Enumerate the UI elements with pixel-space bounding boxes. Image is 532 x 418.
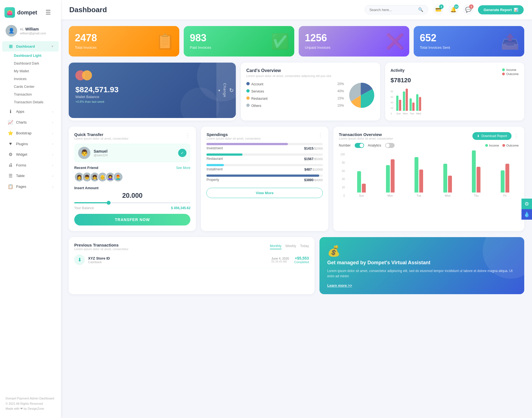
submenu-my-wallet[interactable]: My Wallet [11, 67, 61, 75]
tx-header: Previous Transactions Lorem ipsum dolor … [74, 243, 309, 251]
chevron-right-icon: › [52, 185, 53, 188]
transfer-now-button[interactable]: TRANSFER NOW [74, 214, 190, 225]
overview-row-account: Account 20% [246, 81, 344, 86]
income-bar-wed [416, 94, 418, 111]
tx-amount: +$5,553 [292, 256, 309, 260]
income-bar-sun [357, 171, 361, 193]
analytics-toggle[interactable] [385, 143, 395, 148]
drop-float-button[interactable]: 💧 [521, 209, 532, 220]
friend-avatar-6: 👨‍🦰 [113, 172, 123, 182]
submenu-invoices[interactable]: Invoices [11, 75, 61, 83]
hamburger-icon[interactable]: ☰ [40, 4, 57, 21]
income-bar-fri [501, 170, 505, 193]
income-dot [485, 144, 488, 147]
previous-transactions-card: Previous Transactions Lorem ipsum dolor … [69, 237, 314, 294]
sidebar-item-dashboard[interactable]: ⊞ Dashboard ▾ [2, 41, 59, 52]
sidebar-item-plugins[interactable]: ♥ Plugins › [2, 139, 59, 149]
sidebar-item-label: Plugins [16, 142, 28, 146]
wallet-change: +0.8% than last week [75, 100, 229, 103]
big-bar-wed: Wed [434, 164, 461, 197]
balance-row: Your Balance $ 456,345.62 [74, 206, 190, 210]
txn-more-icon[interactable]: ⋮ [514, 133, 519, 139]
learn-more-link[interactable]: Learn more >> [327, 283, 516, 288]
toggle-knob [360, 143, 364, 147]
sidebar-item-table[interactable]: ☰ Table › [2, 171, 59, 181]
activity-legend: Income Outcome [502, 68, 519, 76]
tab-monthly[interactable]: Monthly [270, 244, 282, 249]
restaurant-progress [206, 153, 323, 156]
slider-fill [74, 202, 109, 203]
property-progress [206, 175, 323, 177]
income-legend: Income [485, 144, 499, 147]
bar-label-wed: Wed [416, 112, 421, 115]
outcome-bar-wed [448, 176, 452, 193]
tx-type: Cashback [88, 260, 268, 264]
bell-button[interactable]: 🔔 12 [448, 4, 459, 15]
submenu-cards-center[interactable]: Cards Center [11, 83, 61, 91]
spend-item-restaurant: Restaurant $1567/$5000 [206, 153, 323, 161]
insert-label: Insert Amount [74, 186, 190, 190]
sidebar-item-widget[interactable]: ⚙ Widget › [2, 149, 59, 160]
wallet-overview-card: $824,571.93 Wallet Balance +0.8% than la… [69, 63, 236, 120]
chevron-right-icon: › [52, 153, 53, 156]
number-toggle[interactable] [355, 143, 364, 148]
stat-icon: ✅ [271, 33, 289, 50]
account-dot [246, 82, 250, 85]
sidebar-item-forms[interactable]: 🖨 Forms › [2, 160, 59, 170]
transfer-amount-display: 20.000 [74, 192, 190, 199]
bar-group-wed: Wed [416, 94, 421, 115]
bar-label-mon: Mon [403, 112, 408, 115]
sidebar-item-charts[interactable]: 📈 Charts › [2, 117, 59, 127]
activity-card: Activity Income Outcome $78120 [385, 63, 525, 120]
pages-icon: 📋 [8, 184, 13, 189]
change-button[interactable]: ↻ Change ▾ [216, 63, 236, 118]
bar-label-sun: Sun [359, 194, 364, 197]
submenu-transaction[interactable]: Transaction [11, 91, 61, 98]
charts-icon: 📈 [8, 120, 13, 125]
tab-weekly[interactable]: Weekly [285, 244, 296, 249]
spendings-list: Investment $1415/$2000 Restaurant $1567/… [206, 143, 323, 182]
tx-name: XYZ Store ID [88, 256, 268, 260]
sidebar-item-bootstrap[interactable]: ⭐ Bootstrap › [2, 128, 59, 138]
txn-title: Transaction Overview [339, 132, 393, 137]
outcome-bar-mon [391, 159, 395, 193]
submenu-transaction-details[interactable]: Transaction Details [11, 98, 61, 106]
sidebar-item-apps[interactable]: ℹ Apps › [2, 106, 59, 117]
bar-label-fri: Fri [503, 194, 507, 197]
brand-name: Dompet Payment Admin Dashboard [6, 396, 55, 401]
sidebar-item-pages[interactable]: 📋 Pages › [2, 181, 59, 192]
balance-amount: $ 456,345.62 [171, 206, 190, 210]
generate-report-button[interactable]: Generate Report 📊 [478, 5, 524, 14]
view-more-button[interactable]: View More [206, 188, 323, 198]
chat-button[interactable]: 💬 5 [463, 4, 474, 15]
tx-status: Completed [292, 260, 309, 264]
outcome-legend: Outcome [502, 72, 519, 76]
amount-slider[interactable] [74, 202, 190, 203]
submenu-dashboard-light[interactable]: Dashboard Light [11, 52, 61, 60]
wallet-button[interactable]: 💳 2 [433, 4, 444, 15]
chat-badge: 5 [469, 4, 474, 9]
dashboard-submenu: Dashboard Light Dashboard Dark My Wallet… [0, 52, 61, 106]
tab-today[interactable]: Today [300, 244, 309, 249]
transaction-overview-card: Transaction Overview Lorem ipsum dolor s… [333, 127, 524, 231]
see-all-link[interactable]: See More [176, 166, 190, 170]
y-axis: 806040200 [391, 90, 395, 115]
slider-thumb[interactable] [107, 201, 111, 205]
bar-label-tue: Tue [410, 112, 414, 115]
settings-float-button[interactable]: ⚙ [521, 199, 532, 209]
search-bar: 🔍 [365, 5, 428, 14]
spendings-more-icon[interactable]: ⋮ [318, 132, 323, 138]
download-report-button[interactable]: ⬇ Download Report [472, 132, 511, 140]
more-options-icon[interactable]: ⋮ [185, 132, 190, 138]
investment-progress [206, 143, 323, 145]
submenu-dashboard-dark[interactable]: Dashboard Dark [11, 60, 61, 67]
search-icon: 🔍 [418, 7, 423, 12]
search-input[interactable] [369, 8, 416, 12]
wallet-badge: 2 [439, 4, 444, 9]
tx-amount-wrap: +$5,553 Completed [292, 256, 309, 264]
tx-time: 05:34:45 AM [271, 260, 289, 263]
table-icon: ☰ [8, 173, 13, 178]
qt-title: Quick Transfer [74, 132, 129, 137]
outcome-dot [502, 73, 505, 75]
transfer-user-handle: @sam224 [94, 153, 108, 157]
